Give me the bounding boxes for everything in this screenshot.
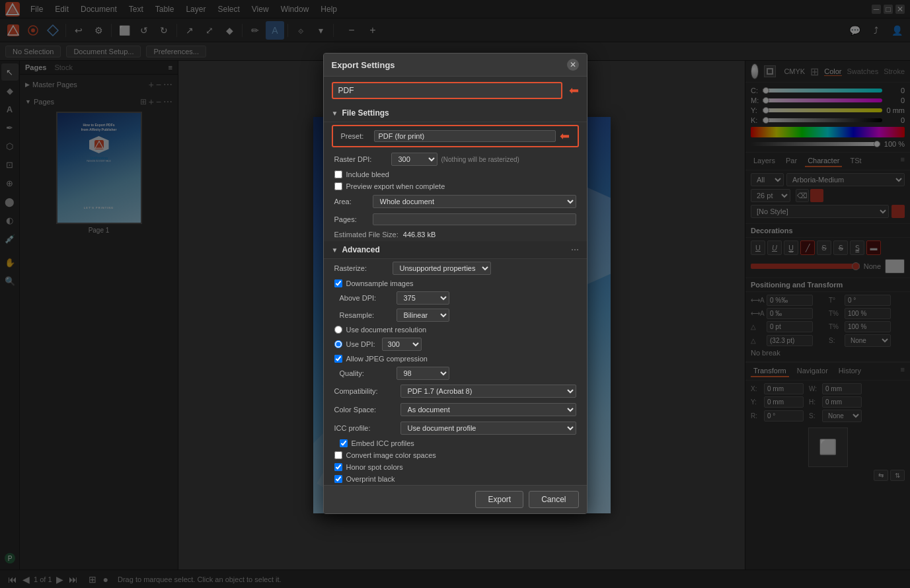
area-label: Area: [334, 198, 367, 205]
format-select[interactable]: PDF PNG JPEG SVG [332, 82, 562, 99]
embed-icc-row: Embed ICC profiles [324, 437, 587, 449]
export-button[interactable]: Export [475, 491, 523, 508]
resample-label: Resample: [340, 311, 393, 319]
convert-color-check[interactable] [334, 451, 342, 459]
quality-label: Quality: [340, 369, 393, 377]
filesize-value: 446.83 kB [403, 231, 436, 239]
include-bleed-row: Include bleed [324, 168, 587, 180]
format-row: PDF PNG JPEG SVG ⬅ [324, 77, 587, 104]
raster-dpi-row: Raster DPI: 300 72 96 144 150 200 (Nothi… [324, 150, 587, 168]
use-dpi-label: Use DPI: [346, 340, 375, 348]
quality-row: Quality: 98 80 90 100 [324, 365, 587, 382]
preset-select[interactable]: PDF (for print) PDF (for export) PDF (fo… [374, 130, 556, 142]
pages-label: Pages: [334, 215, 367, 223]
use-dpi-row: Use DPI: 300 72 150 600 [324, 336, 587, 353]
convert-color-row: Convert image color spaces [324, 449, 587, 461]
overprint-check[interactable] [334, 475, 342, 483]
icc-profile-select[interactable]: Use document profile sRGB IEC61966-2.1 [400, 422, 576, 435]
advanced-arrow-icon: ▼ [332, 246, 338, 254]
above-dpi-row: Above DPI: 375 300 150 [324, 289, 587, 307]
allow-jpeg-label: Allow JPEG compression [346, 355, 428, 363]
modal-body: PDF PNG JPEG SVG ⬅ ▼ File Settings Prese… [324, 77, 587, 485]
honor-spot-row: Honor spot colors [324, 461, 587, 473]
modal-overlay: Export Settings ✕ PDF PNG JPEG SVG ⬅ ▼ F… [0, 0, 910, 588]
quality-select[interactable]: 98 80 90 100 [397, 367, 449, 380]
advanced-label: Advanced [342, 245, 379, 254]
cancel-button[interactable]: Cancel [529, 491, 578, 508]
overprint-label: Overprint black [346, 475, 395, 483]
convert-color-label: Convert image color spaces [346, 451, 436, 459]
raster-dpi-note: (Nothing will be rasterized) [441, 156, 519, 163]
downsample-label: Downsample images [346, 279, 414, 287]
use-doc-res-radio[interactable] [334, 326, 342, 334]
rasterize-select[interactable]: Unsupported properties Nothing Everythin… [393, 262, 491, 275]
compatibility-select[interactable]: PDF 1.7 (Acrobat 8) PDF 1.4 (Acrobat 5) … [400, 385, 576, 398]
modal-footer: Export Cancel [324, 485, 587, 513]
color-space-select[interactable]: As document sRGB CMYK [400, 403, 576, 416]
allow-jpeg-row: Allow JPEG compression [324, 353, 587, 365]
embed-icc-check[interactable] [340, 439, 348, 447]
resample-select[interactable]: Bilinear Bicubic Nearest Lanczos [397, 309, 449, 322]
above-dpi-label: Above DPI: [340, 294, 393, 302]
above-dpi-select[interactable]: 375 300 150 [397, 291, 449, 305]
filesize-label: Estimated File Size: [334, 231, 398, 239]
advanced-more-icon[interactable]: ⋯ [571, 245, 579, 254]
icc-profile-row: ICC profile: Use document profile sRGB I… [324, 419, 587, 437]
pages-row: Pages: [324, 211, 587, 228]
use-dpi-select[interactable]: 300 72 150 600 [382, 338, 422, 351]
export-settings-modal: Export Settings ✕ PDF PNG JPEG SVG ⬅ ▼ F… [323, 53, 588, 514]
area-select[interactable]: Whole document Selection Current page [373, 195, 576, 208]
preview-export-label: Preview export when complete [346, 182, 445, 190]
color-space-label: Color Space: [334, 406, 400, 414]
preview-export-check[interactable] [334, 182, 342, 190]
preset-arrow-icon: ⬅ [560, 129, 570, 143]
raster-dpi-label: Raster DPI: [334, 155, 387, 163]
include-bleed-label: Include bleed [346, 170, 389, 178]
preview-export-row: Preview export when complete [324, 180, 587, 192]
use-doc-res-row: Use document resolution [324, 324, 587, 336]
icc-profile-label: ICC profile: [334, 424, 400, 432]
downsample-check[interactable] [334, 279, 342, 287]
area-row: Area: Whole document Selection Current p… [324, 192, 587, 211]
modal-title: Export Settings [332, 60, 395, 70]
advanced-section-header[interactable]: ▼ Advanced ⋯ [324, 241, 587, 259]
color-space-row: Color Space: As document sRGB CMYK [324, 400, 587, 419]
allow-jpeg-check[interactable] [334, 355, 342, 363]
compatibility-label: Compatibility: [334, 387, 400, 395]
honor-spot-check[interactable] [334, 463, 342, 471]
pages-input[interactable] [373, 213, 576, 225]
raster-dpi-select[interactable]: 300 72 96 144 150 200 [391, 153, 437, 166]
format-arrow-icon: ⬅ [569, 83, 579, 98]
preset-row: Preset: PDF (for print) PDF (for export)… [332, 125, 579, 147]
file-settings-arrow-icon: ▼ [332, 110, 338, 117]
modal-close-btn[interactable]: ✕ [567, 59, 579, 71]
use-doc-res-label: Use document resolution [346, 326, 427, 334]
honor-spot-label: Honor spot colors [346, 463, 403, 471]
downsample-row: Downsample images [324, 277, 587, 289]
modal-header: Export Settings ✕ [324, 54, 587, 77]
rasterize-label: Rasterize: [334, 264, 387, 272]
file-settings-section-header[interactable]: ▼ File Settings [324, 104, 587, 122]
use-dpi-radio[interactable] [334, 340, 342, 348]
filesize-row: Estimated File Size: 446.83 kB [324, 228, 587, 241]
include-bleed-check[interactable] [334, 170, 342, 178]
resample-row: Resample: Bilinear Bicubic Nearest Lancz… [324, 307, 587, 324]
embed-icc-label: Embed ICC profiles [352, 439, 414, 447]
rasterize-row: Rasterize: Unsupported properties Nothin… [324, 259, 587, 277]
overprint-row: Overprint black [324, 473, 587, 485]
file-settings-label: File Settings [342, 108, 389, 118]
preset-label: Preset: [341, 132, 374, 140]
compatibility-row: Compatibility: PDF 1.7 (Acrobat 8) PDF 1… [324, 382, 587, 400]
